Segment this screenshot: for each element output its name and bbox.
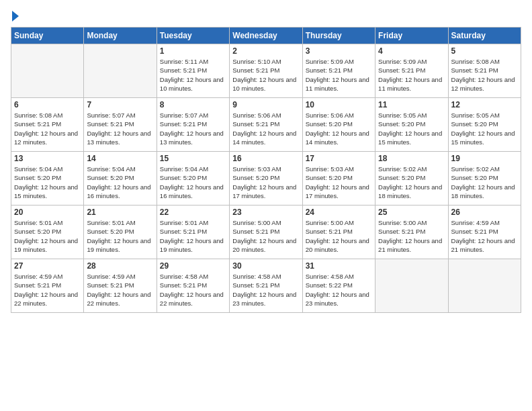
day-info: Sunrise: 5:07 AMSunset: 5:21 PMDaylight:… (87, 111, 153, 146)
day-info: Sunrise: 5:04 AMSunset: 5:20 PMDaylight:… (14, 165, 81, 200)
calendar-cell: 23Sunrise: 5:00 AMSunset: 5:21 PMDayligh… (230, 205, 302, 259)
day-info: Sunrise: 5:07 AMSunset: 5:21 PMDaylight:… (160, 111, 226, 146)
day-number: 12 (451, 100, 518, 109)
logo-triangle-icon (12, 11, 19, 21)
calendar-week-row: 20Sunrise: 5:01 AMSunset: 5:20 PMDayligh… (11, 205, 521, 259)
calendar-cell: 30Sunrise: 4:58 AMSunset: 5:21 PMDayligh… (230, 259, 302, 313)
day-info: Sunrise: 5:05 AMSunset: 5:20 PMDaylight:… (451, 111, 518, 146)
day-info: Sunrise: 4:58 AMSunset: 5:22 PMDaylight:… (306, 272, 372, 308)
header (11, 11, 521, 21)
day-number: 23 (232, 208, 299, 217)
day-info: Sunrise: 5:08 AMSunset: 5:21 PMDaylight:… (451, 57, 518, 93)
day-number: 9 (232, 100, 299, 109)
day-number: 8 (160, 100, 226, 109)
day-number: 26 (451, 208, 518, 217)
day-info: Sunrise: 4:59 AMSunset: 5:21 PMDaylight:… (451, 218, 518, 254)
day-number: 3 (306, 46, 372, 56)
calendar-week-row: 27Sunrise: 4:59 AMSunset: 5:21 PMDayligh… (11, 259, 521, 313)
calendar-cell: 2Sunrise: 5:10 AMSunset: 5:21 PMDaylight… (230, 44, 302, 98)
calendar-cell: 18Sunrise: 5:02 AMSunset: 5:20 PMDayligh… (375, 152, 448, 205)
day-number: 6 (14, 100, 81, 109)
weekday-header: Monday (84, 28, 157, 44)
day-info: Sunrise: 5:11 AMSunset: 5:21 PMDaylight:… (160, 57, 226, 93)
day-info: Sunrise: 5:04 AMSunset: 5:20 PMDaylight:… (160, 165, 226, 200)
calendar-cell: 3Sunrise: 5:09 AMSunset: 5:21 PMDaylight… (302, 44, 375, 98)
calendar-cell: 13Sunrise: 5:04 AMSunset: 5:20 PMDayligh… (11, 152, 84, 205)
day-number: 5 (451, 46, 518, 56)
day-number: 16 (232, 154, 299, 163)
day-number: 19 (451, 154, 518, 163)
calendar-cell: 28Sunrise: 4:59 AMSunset: 5:21 PMDayligh… (84, 259, 157, 313)
calendar-cell (448, 259, 521, 313)
day-number: 4 (378, 46, 445, 56)
day-info: Sunrise: 5:09 AMSunset: 5:21 PMDaylight:… (378, 57, 445, 93)
calendar-cell: 27Sunrise: 4:59 AMSunset: 5:21 PMDayligh… (11, 259, 84, 313)
calendar-cell: 29Sunrise: 4:58 AMSunset: 5:21 PMDayligh… (157, 259, 229, 313)
calendar-cell: 31Sunrise: 4:58 AMSunset: 5:22 PMDayligh… (302, 259, 375, 313)
day-info: Sunrise: 5:08 AMSunset: 5:21 PMDaylight:… (14, 111, 81, 146)
calendar-cell: 25Sunrise: 5:00 AMSunset: 5:21 PMDayligh… (375, 205, 448, 259)
calendar-cell (84, 44, 157, 98)
day-info: Sunrise: 5:01 AMSunset: 5:20 PMDaylight:… (14, 218, 81, 254)
day-info: Sunrise: 4:58 AMSunset: 5:21 PMDaylight:… (160, 272, 226, 308)
day-number: 15 (160, 154, 226, 163)
day-number: 18 (378, 154, 445, 163)
calendar-cell: 26Sunrise: 4:59 AMSunset: 5:21 PMDayligh… (448, 205, 521, 259)
weekday-header: Tuesday (157, 28, 229, 44)
calendar-cell: 9Sunrise: 5:06 AMSunset: 5:21 PMDaylight… (230, 98, 302, 152)
day-number: 14 (87, 154, 153, 163)
calendar-header-row: SundayMondayTuesdayWednesdayThursdayFrid… (11, 28, 521, 44)
day-number: 31 (306, 261, 372, 271)
day-number: 24 (306, 208, 372, 217)
calendar-cell: 15Sunrise: 5:04 AMSunset: 5:20 PMDayligh… (157, 152, 229, 205)
day-number: 10 (306, 100, 372, 109)
day-info: Sunrise: 5:02 AMSunset: 5:20 PMDaylight:… (451, 165, 518, 200)
weekday-header: Saturday (448, 28, 521, 44)
day-info: Sunrise: 5:06 AMSunset: 5:21 PMDaylight:… (232, 111, 299, 146)
calendar-cell: 16Sunrise: 5:03 AMSunset: 5:20 PMDayligh… (230, 152, 302, 205)
day-number: 29 (160, 261, 226, 271)
day-info: Sunrise: 5:00 AMSunset: 5:21 PMDaylight:… (232, 218, 299, 254)
day-info: Sunrise: 5:03 AMSunset: 5:20 PMDaylight:… (306, 165, 372, 200)
calendar-cell: 1Sunrise: 5:11 AMSunset: 5:21 PMDaylight… (157, 44, 229, 98)
calendar-cell: 8Sunrise: 5:07 AMSunset: 5:21 PMDaylight… (157, 98, 229, 152)
day-info: Sunrise: 4:58 AMSunset: 5:21 PMDaylight:… (232, 272, 299, 308)
calendar-cell: 20Sunrise: 5:01 AMSunset: 5:20 PMDayligh… (11, 205, 84, 259)
day-info: Sunrise: 4:59 AMSunset: 5:21 PMDaylight:… (14, 272, 81, 308)
calendar-body: 1Sunrise: 5:11 AMSunset: 5:21 PMDaylight… (11, 44, 521, 313)
day-number: 20 (14, 208, 81, 217)
weekday-header: Sunday (11, 28, 84, 44)
calendar-cell: 14Sunrise: 5:04 AMSunset: 5:20 PMDayligh… (84, 152, 157, 205)
calendar-cell: 5Sunrise: 5:08 AMSunset: 5:21 PMDaylight… (448, 44, 521, 98)
day-number: 27 (14, 261, 81, 271)
weekday-header: Friday (375, 28, 448, 44)
calendar-week-row: 13Sunrise: 5:04 AMSunset: 5:20 PMDayligh… (11, 152, 521, 205)
calendar-cell: 19Sunrise: 5:02 AMSunset: 5:20 PMDayligh… (448, 152, 521, 205)
weekday-header: Thursday (302, 28, 375, 44)
day-info: Sunrise: 5:03 AMSunset: 5:20 PMDaylight:… (232, 165, 299, 200)
day-number: 28 (87, 261, 153, 271)
calendar: SundayMondayTuesdayWednesdayThursdayFrid… (11, 27, 521, 313)
calendar-week-row: 6Sunrise: 5:08 AMSunset: 5:21 PMDaylight… (11, 98, 521, 152)
calendar-cell: 10Sunrise: 5:06 AMSunset: 5:20 PMDayligh… (302, 98, 375, 152)
calendar-week-row: 1Sunrise: 5:11 AMSunset: 5:21 PMDaylight… (11, 44, 521, 98)
calendar-cell: 21Sunrise: 5:01 AMSunset: 5:20 PMDayligh… (84, 205, 157, 259)
day-info: Sunrise: 5:02 AMSunset: 5:20 PMDaylight:… (378, 165, 445, 200)
day-info: Sunrise: 5:00 AMSunset: 5:21 PMDaylight:… (378, 218, 445, 254)
day-info: Sunrise: 5:01 AMSunset: 5:21 PMDaylight:… (160, 218, 226, 254)
calendar-cell (11, 44, 84, 98)
day-number: 2 (232, 46, 299, 56)
calendar-cell (375, 259, 448, 313)
day-number: 7 (87, 100, 153, 109)
day-number: 1 (160, 46, 226, 56)
day-info: Sunrise: 5:04 AMSunset: 5:20 PMDaylight:… (87, 165, 153, 200)
calendar-cell: 4Sunrise: 5:09 AMSunset: 5:21 PMDaylight… (375, 44, 448, 98)
day-info: Sunrise: 5:00 AMSunset: 5:21 PMDaylight:… (306, 218, 372, 254)
logo (11, 11, 19, 21)
day-info: Sunrise: 5:10 AMSunset: 5:21 PMDaylight:… (232, 57, 299, 93)
calendar-cell: 7Sunrise: 5:07 AMSunset: 5:21 PMDaylight… (84, 98, 157, 152)
day-info: Sunrise: 5:01 AMSunset: 5:20 PMDaylight:… (87, 218, 153, 254)
calendar-cell: 24Sunrise: 5:00 AMSunset: 5:21 PMDayligh… (302, 205, 375, 259)
day-info: Sunrise: 5:06 AMSunset: 5:20 PMDaylight:… (306, 111, 372, 146)
day-number: 25 (378, 208, 445, 217)
